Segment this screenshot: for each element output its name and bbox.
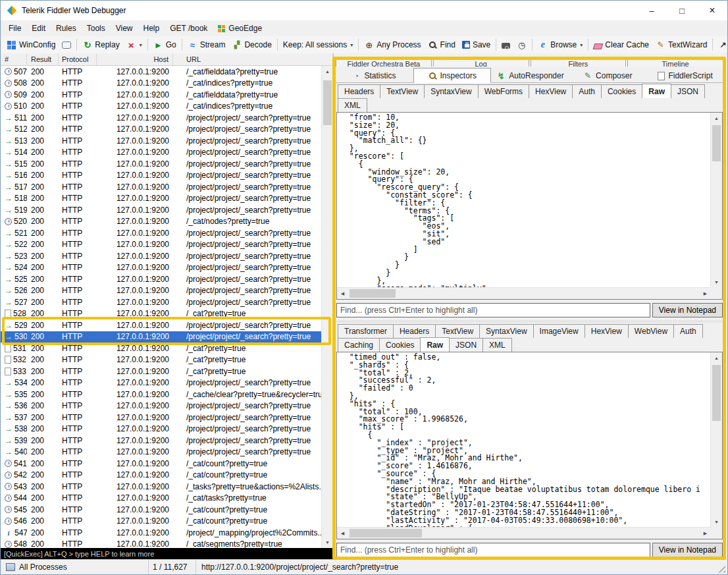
session-row-513[interactable]: 513200HTTP127.0.0.1:9200/project/project… [1, 135, 333, 147]
session-row-541[interactable]: 541200HTTP127.0.0.1:9200/_cat/count?pret… [1, 458, 333, 470]
session-row-535[interactable]: 535200HTTP127.0.0.1:9200/_cache/clear?pr… [1, 389, 333, 400]
session-row-548[interactable]: 548200HTTP127.0.0.1:9200/_cat/segments?p… [1, 539, 333, 549]
session-row-545[interactable]: 545200HTTP127.0.0.1:9200/_cat/count?pret… [1, 504, 333, 516]
request-horizontal-scrollbar[interactable]: ◀ ▶ [337, 287, 711, 299]
session-row-516[interactable]: 516200HTTP127.0.0.1:9200/project/project… [1, 170, 333, 182]
scroll-down-icon[interactable]: ▼ [711, 277, 722, 288]
toolbar-button-timer-icon[interactable] [513, 39, 530, 51]
session-row-521[interactable]: 521200HTTP127.0.0.1:9200/project/project… [1, 227, 333, 239]
toolbar-button-decode[interactable]: Decode [228, 39, 274, 51]
toolbar-button-find[interactable]: Find [425, 39, 459, 51]
tab-composer[interactable]: Composer [569, 69, 646, 82]
tab-json[interactable]: JSON [449, 338, 483, 352]
request-view-in-notepad-button[interactable]: View in Notepad [652, 303, 723, 317]
session-row-542[interactable]: 542200HTTP127.0.0.1:9200/_cat/count?pret… [1, 470, 333, 481]
tab-auth[interactable]: Auth [673, 324, 703, 338]
scrollbar-thumb[interactable] [712, 365, 721, 421]
session-row-508[interactable]: 508200HTTP127.0.0.1:9200/_cat/indices?pr… [1, 78, 333, 90]
tab-textview[interactable]: TextView [435, 324, 480, 338]
session-row-533[interactable]: 533200HTTP127.0.0.1:9200/_cat?pretty=tru… [1, 366, 333, 377]
toolbar-button-textwizard[interactable]: TextWizard [652, 39, 710, 51]
tab-webview[interactable]: WebView [628, 324, 674, 338]
toolbar-button-browse[interactable]: Browse▾ [534, 39, 586, 51]
close-button[interactable]: × [697, 1, 727, 20]
toolbar-button-keep-all-sessions[interactable]: Keep: All sessions▾ [280, 39, 356, 51]
menu-item-help[interactable]: Help [138, 22, 165, 35]
tab-webforms[interactable]: WebForms [478, 84, 529, 98]
session-row-529[interactable]: 529200HTTP127.0.0.1:9200/project/project… [1, 319, 333, 331]
scroll-down-icon[interactable]: ▼ [711, 516, 722, 528]
request-find-input[interactable] [336, 303, 650, 317]
tab-raw[interactable]: Raw [420, 337, 450, 352]
menu-item-file[interactable]: File [3, 22, 26, 35]
tab-headers[interactable]: Headers [338, 84, 380, 98]
tab-imageview[interactable]: ImageView [533, 324, 585, 338]
tab-cookies[interactable]: Cookies [601, 84, 642, 98]
scrollbar-thumb[interactable] [350, 529, 422, 537]
session-row-518[interactable]: 518200HTTP127.0.0.1:9200/project/project… [1, 193, 333, 205]
tab-statistics[interactable]: Statistics [336, 69, 412, 82]
tab-timeline[interactable]: Timeline [627, 57, 723, 67]
resize-grip[interactable] [715, 563, 725, 573]
tab-syntaxview[interactable]: SyntaxView [424, 84, 478, 98]
session-row-515[interactable]: 515200HTTP127.0.0.1:9200/project/project… [1, 158, 333, 170]
session-row-512[interactable]: 512200HTTP127.0.0.1:9200/project/project… [1, 124, 333, 136]
process-filter[interactable]: All Processes [1, 560, 149, 574]
tab-fiddler-orchestra-beta[interactable]: Fiddler Orchestra Beta [336, 57, 432, 67]
response-horizontal-scrollbar[interactable]: ◀ ▶ [337, 527, 711, 539]
session-row-538[interactable]: 538200HTTP127.0.0.1:9200/project/project… [1, 424, 333, 435]
tab-hexview[interactable]: HexView [585, 324, 629, 338]
session-row-532[interactable]: 532200HTTP127.0.0.1:9200/_cat?pretty=tru… [1, 354, 333, 366]
column-header-url[interactable]: URL [173, 53, 333, 65]
scroll-up-icon[interactable]: ▲ [322, 66, 333, 77]
scroll-right-icon[interactable]: ▶ [700, 528, 711, 539]
scroll-down-icon[interactable]: ▼ [322, 537, 333, 548]
toolbar-button-any-process[interactable]: Any Process [361, 39, 424, 51]
tab-hexview[interactable]: HexView [529, 84, 573, 98]
session-row-544[interactable]: 544200HTTP127.0.0.1:9200/_cat/tasks?pret… [1, 493, 333, 505]
tab-headers[interactable]: Headers [393, 324, 436, 338]
scrollbar-thumb[interactable] [323, 80, 332, 125]
request-body-text[interactable]: "from": 10, "size": 20, "query": { "matc… [337, 113, 711, 288]
session-row-537[interactable]: 537200HTTP127.0.0.1:9200/project/project… [1, 412, 333, 424]
menu-item-get-book[interactable]: GET /book [165, 22, 213, 35]
tab-filters[interactable]: Filters [531, 57, 627, 67]
scroll-right-icon[interactable]: ▶ [700, 288, 711, 299]
session-row-511[interactable]: 511200HTTP127.0.0.1:9200/project/project… [1, 112, 333, 124]
tab-transformer[interactable]: Transformer [338, 324, 394, 338]
column-header-result[interactable]: Result [27, 53, 59, 65]
session-row-517[interactable]: 517200HTTP127.0.0.1:9200/project/project… [1, 181, 333, 193]
tab-cookies[interactable]: Cookies [379, 338, 421, 352]
minimize-button[interactable]: – [637, 1, 667, 20]
tab-caching[interactable]: Caching [338, 338, 380, 352]
session-row-524[interactable]: 524200HTTP127.0.0.1:9200/project/project… [1, 262, 333, 274]
column-header-host[interactable]: Host [97, 53, 173, 65]
scroll-up-icon[interactable]: ▲ [711, 352, 722, 364]
response-body-text[interactable]: "timed_out" : false, "_shards" : { "tota… [337, 352, 711, 528]
tab-raw[interactable]: Raw [642, 84, 671, 98]
toolbar-button-comment-icon[interactable] [59, 40, 74, 50]
scroll-left-icon[interactable]: ◀ [337, 288, 348, 299]
session-row-514[interactable]: 514200HTTP127.0.0.1:9200/project/project… [1, 147, 333, 159]
menu-item-geoedge[interactable]: GeoEdge [213, 22, 267, 35]
tab-xml[interactable]: XML [338, 98, 367, 112]
column-header-protocol[interactable]: Protocol [59, 53, 97, 65]
menu-item-tools[interactable]: Tools [82, 22, 111, 35]
session-row-509[interactable]: 509200HTTP127.0.0.1:9200/_cat/fielddata?… [1, 89, 333, 101]
toolbar-button-replay[interactable]: Replay [79, 39, 122, 51]
tab-log[interactable]: Log [433, 57, 529, 67]
session-row-530[interactable]: 530200HTTP127.0.0.1:9200/project/project… [1, 331, 333, 343]
response-find-input[interactable] [336, 543, 650, 557]
session-row-526[interactable]: 526200HTTP127.0.0.1:9200/project/project… [1, 285, 333, 297]
menu-item-rules[interactable]: Rules [51, 22, 82, 35]
toolbar-button-stream[interactable]: Stream [184, 39, 229, 51]
session-row-523[interactable]: 523200HTTP127.0.0.1:9200/project/project… [1, 250, 333, 262]
scroll-up-icon[interactable]: ▲ [711, 113, 722, 124]
tab-inspectors[interactable]: Inspectors [413, 68, 491, 83]
session-row-507[interactable]: 507200HTTP127.0.0.1:9200/_cat/fielddata?… [1, 66, 333, 78]
request-vertical-scrollbar[interactable]: ▲ ▼ [710, 113, 722, 288]
session-row-531[interactable]: 531200HTTP127.0.0.1:9200/_cat?pretty=tru… [1, 342, 333, 354]
session-row-520[interactable]: 520200HTTP127.0.0.1:9200/_cat/nodes?pret… [1, 216, 333, 228]
scrollbar-thumb[interactable] [350, 289, 396, 298]
session-row-540[interactable]: 540200HTTP127.0.0.1:9200/project/project… [1, 447, 333, 458]
